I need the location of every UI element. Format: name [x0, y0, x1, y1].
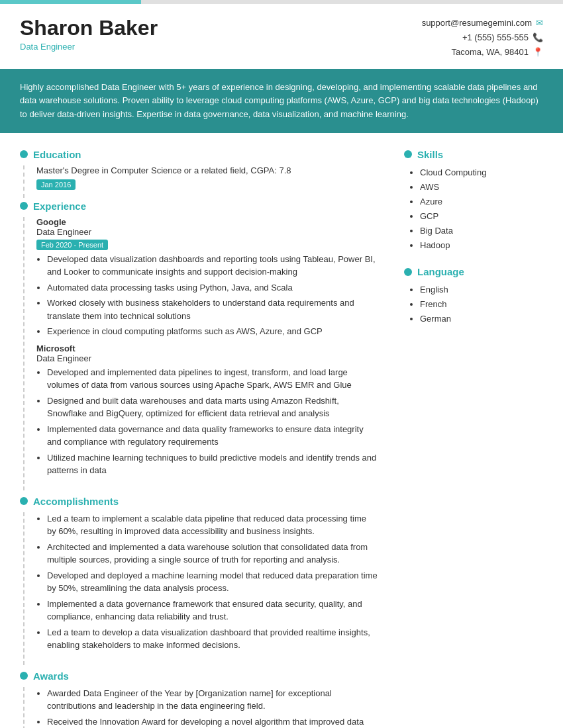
bullets-microsoft: Developed and implemented data pipelines… — [36, 366, 378, 477]
skill-6: Hadoop — [420, 238, 543, 253]
education-title: Education — [33, 149, 81, 160]
experience-section: Experience Google Data Engineer Feb 2020… — [20, 201, 378, 490]
award-item-1: Awarded Data Engineer of the Year by [Or… — [47, 687, 378, 713]
bullet-google-2: Automated data processing tasks using Py… — [47, 281, 378, 295]
acc-item-1: Led a team to implement a scalable data … — [47, 512, 378, 538]
skills-body: Cloud Computing AWS Azure GCP Big Data H… — [404, 165, 543, 253]
right-column: Skills Cloud Computing AWS Azure GCP Big… — [391, 146, 543, 728]
company-microsoft: Microsoft — [36, 343, 378, 353]
acc-item-3: Developed and deployed a machine learnin… — [47, 569, 378, 595]
email-icon: ✉ — [536, 16, 543, 30]
awards-dot — [20, 672, 28, 680]
education-section: Education Master's Degree in Computer Sc… — [20, 149, 378, 198]
accomplishments-title: Accomplishments — [33, 496, 119, 507]
bullet-google-4: Experience in cloud computing platforms … — [47, 325, 378, 338]
skill-1: Cloud Computing — [420, 165, 543, 180]
accomplishments-list: Led a team to implement a scalable data … — [36, 512, 378, 652]
bullet-ms-2: Designed and built data warehouses and d… — [47, 394, 378, 420]
skills-section: Skills Cloud Computing AWS Azure GCP Big… — [404, 149, 543, 253]
skill-3: Azure — [420, 195, 543, 209]
language-body: English French German — [404, 283, 543, 326]
job-title-microsoft: Data Engineer — [36, 353, 378, 363]
education-degree: Master's Degree in Computer Science or a… — [36, 165, 378, 175]
skills-title: Skills — [417, 149, 443, 160]
education-dot — [20, 150, 28, 158]
skill-5: Big Data — [420, 224, 543, 238]
main-content: Education Master's Degree in Computer Sc… — [0, 133, 563, 728]
date-badge-google: Feb 2020 - Present — [36, 240, 108, 250]
lang-english: English — [420, 283, 543, 297]
skill-4: GCP — [420, 209, 543, 224]
language-list: English French German — [409, 283, 543, 326]
language-section: Language English French German — [404, 266, 543, 326]
awards-section: Awards Awarded Data Engineer of the Year… — [20, 670, 378, 728]
bullet-ms-4: Utilized machine learning techniques to … — [47, 451, 378, 477]
accomplishments-header: Accomplishments — [20, 496, 378, 507]
lang-french: French — [420, 297, 543, 312]
summary-text: Highly accomplished Data Engineer with 5… — [20, 82, 538, 118]
language-header: Language — [404, 266, 543, 277]
left-column: Education Master's Degree in Computer Sc… — [20, 146, 391, 728]
bullet-ms-3: Implemented data governance and data qua… — [47, 423, 378, 449]
header-contact-block: support@resumegemini.com ✉ +1 (555) 555-… — [422, 16, 543, 60]
accomplishments-section: Accomplishments Led a team to implement … — [20, 496, 378, 665]
accomplishments-dot — [20, 497, 28, 505]
job-microsoft: Microsoft Data Engineer Developed and im… — [36, 343, 378, 477]
education-date: Jan 2016 — [36, 179, 76, 190]
job-title-google: Data Engineer — [36, 227, 378, 237]
lang-german: German — [420, 312, 543, 326]
acc-item-4: Implemented a data governance framework … — [47, 598, 378, 623]
summary-section: Highly accomplished Data Engineer with 5… — [0, 69, 563, 132]
language-title: Language — [417, 266, 464, 277]
phone-icon: 📞 — [533, 30, 543, 45]
language-dot — [404, 268, 412, 276]
skill-2: AWS — [420, 180, 543, 195]
acc-item-5: Led a team to develop a data visualizati… — [47, 626, 378, 652]
email-line: support@resumegemini.com ✉ — [422, 16, 543, 30]
bullet-google-3: Worked closely with business stakeholder… — [47, 296, 378, 322]
skills-list: Cloud Computing AWS Azure GCP Big Data H… — [409, 165, 543, 253]
accomplishments-body: Led a team to implement a scalable data … — [23, 512, 378, 665]
phone-line: +1 (555) 555-555 📞 — [422, 30, 543, 45]
bullets-google: Developed data visualization dashboards … — [36, 253, 378, 338]
bullet-google-1: Developed data visualization dashboards … — [47, 253, 378, 279]
location-line: Tacoma, WA, 98401 📍 — [422, 45, 543, 60]
education-body: Master's Degree in Computer Science or a… — [23, 165, 378, 198]
bullet-ms-1: Developed and implemented data pipelines… — [47, 366, 378, 392]
phone-text: +1 (555) 555-555 — [462, 30, 529, 45]
experience-title: Experience — [33, 201, 86, 212]
awards-list: Awarded Data Engineer of the Year by [Or… — [36, 687, 378, 728]
experience-dot — [20, 202, 28, 210]
awards-body: Awarded Data Engineer of the Year by [Or… — [23, 687, 378, 728]
email-text: support@resumegemini.com — [422, 16, 532, 30]
skills-header: Skills — [404, 149, 543, 160]
header: Sharon Baker Data Engineer support@resum… — [0, 4, 563, 69]
education-header: Education — [20, 149, 378, 160]
candidate-name: Sharon Baker — [20, 16, 158, 40]
awards-title: Awards — [33, 670, 69, 682]
job-google: Google Data Engineer Feb 2020 - Present … — [36, 217, 378, 338]
skills-dot — [404, 150, 412, 158]
experience-header: Experience — [20, 201, 378, 212]
candidate-title: Data Engineer — [20, 42, 158, 52]
experience-body: Google Data Engineer Feb 2020 - Present … — [23, 217, 378, 490]
awards-header: Awards — [20, 670, 378, 682]
location-icon: 📍 — [533, 45, 543, 60]
company-google: Google — [36, 217, 378, 227]
header-name-block: Sharon Baker Data Engineer — [20, 16, 158, 52]
award-item-2: Received the Innovation Award for develo… — [47, 715, 378, 728]
acc-item-2: Architected and implemented a data wareh… — [47, 541, 378, 567]
location-text: Tacoma, WA, 98401 — [451, 45, 529, 60]
